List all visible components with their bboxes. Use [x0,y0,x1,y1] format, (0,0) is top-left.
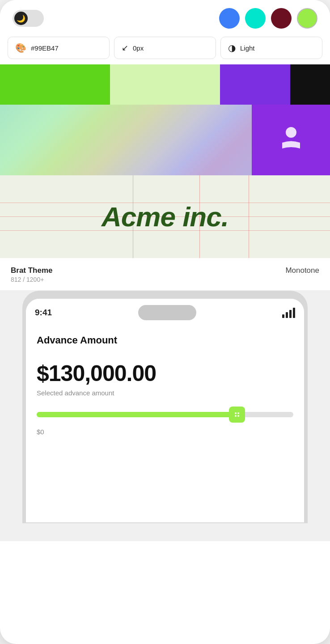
theme-info-bar: Brat Theme 812 / 1200+ Monotone [0,258,330,291]
grid-preview: Acme inc. [0,175,330,258]
payment-icon [278,127,305,153]
theme-mode-control[interactable]: ◑ Light [220,37,322,59]
grid-row-4 [0,231,330,258]
color-palette [219,8,317,29]
grid-row-1 [0,175,330,203]
theme-name: Brat Theme [11,266,53,275]
color-dot-maroon[interactable] [271,8,292,29]
bar-2 [286,312,288,318]
gradient-preview [0,105,252,175]
color-dot-blue[interactable] [219,8,240,29]
moon-icon: 🌙 [17,14,25,23]
phone-mockup-outer: 9:41 Advance Amount $130,000.00 Selected… [22,291,308,523]
phone-mockup-inner: 9:41 Advance Amount $130,000.00 Selected… [26,299,304,522]
purple-block [252,105,330,175]
top-bar: 🌙 [0,0,330,37]
app-frame: 🌙 🎨 #99EB47 ↙ 0px ◑ Light [0,0,330,644]
phone-content: Advance Amount $130,000.00 Selected adva… [26,324,304,445]
palette-icon: 🎨 [15,42,26,53]
phone-mockup-section: 9:41 Advance Amount $130,000.00 Selected… [0,291,330,541]
controls-row: 🎨 #99EB47 ↙ 0px ◑ Light [0,37,330,64]
dark-mode-toggle[interactable]: 🌙 [13,10,44,27]
swatch-black[interactable] [290,64,330,105]
color-value: #99EB47 [31,44,59,52]
swatches-row [0,64,330,105]
radius-icon: ↙ [122,43,128,53]
bar-1 [282,314,284,318]
thumb-dot-1 [235,412,237,414]
color-dot-cyan[interactable] [245,8,266,29]
color-picker-control[interactable]: 🎨 #99EB47 [8,37,110,59]
slider-track [37,412,293,417]
theme-info-left: Brat Theme 812 / 1200+ [11,266,53,283]
toggle-knob: 🌙 [14,12,28,25]
radius-value: 0px [133,44,144,52]
bar-4 [293,308,295,318]
theme-mode-value: Light [240,44,255,52]
thumb-grip [235,412,239,417]
theme-style: Monotone [285,266,319,275]
advance-subtitle: Selected advance amount [37,389,293,397]
half-circle-icon: ◑ [228,42,236,53]
status-bar: 9:41 [26,299,304,324]
thumb-dot-2 [237,412,239,414]
bar-3 [289,310,292,318]
swatch-green[interactable] [0,64,110,105]
status-time: 9:41 [35,308,52,318]
theme-count: 812 / 1200+ [11,276,53,283]
swatch-light-green[interactable] [110,64,220,105]
radius-control[interactable]: ↙ 0px [114,37,216,59]
slider-min-label: $0 [37,428,293,436]
thumb-dot-4 [237,415,239,417]
preview-section [0,105,330,175]
signal-bars [282,308,295,318]
dynamic-island [138,305,196,320]
slider-thumb[interactable] [229,407,245,423]
advance-amount: $130,000.00 [37,360,293,386]
thumb-dot-3 [235,415,237,417]
acme-brand-text: Acme inc. [102,201,228,233]
advance-title: Advance Amount [37,335,293,346]
svg-point-0 [286,127,296,138]
swatch-purple[interactable] [220,64,290,105]
slider-fill [37,412,237,417]
amount-slider[interactable] [37,405,293,424]
color-dot-green[interactable] [297,8,317,29]
